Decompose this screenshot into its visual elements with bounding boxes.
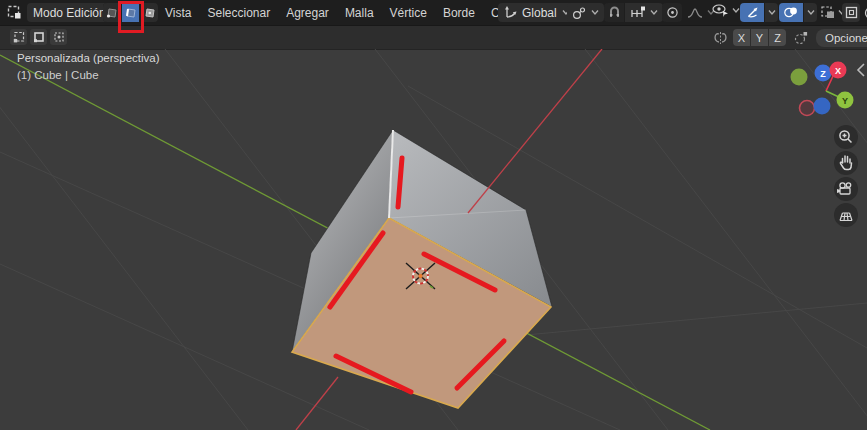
menu-seleccionar[interactable]: Seleccionar: [199, 0, 278, 25]
face-select-icon: [144, 7, 156, 19]
gizmo-minus-z-ball[interactable]: [814, 98, 831, 115]
vertex-select-icon: [106, 7, 118, 19]
show-gizmos-button[interactable]: [740, 3, 764, 22]
menu-vista[interactable]: Vista: [157, 0, 199, 25]
vertex-select-button[interactable]: [103, 3, 120, 22]
chevron-down-icon: [732, 8, 740, 13]
orthographic-toggle-button[interactable]: [834, 203, 858, 227]
shading-wireframe-button[interactable]: [842, 3, 860, 22]
auto-merge-button[interactable]: [791, 29, 811, 46]
editor-type-button[interactable]: [4, 3, 24, 22]
active-object-label: (1) Cube | Cube: [17, 69, 99, 81]
tool-settings-bar: X Y Z Opciones: [0, 26, 867, 50]
view-name-label: Personalizada (perspectiva): [17, 52, 160, 64]
chevron-down-icon: [591, 10, 599, 15]
zoom-button[interactable]: [834, 125, 858, 149]
symmetry-axis-group: X Y Z: [733, 29, 786, 46]
proportional-editing-button[interactable]: [662, 3, 682, 22]
symmetry-z-button[interactable]: Z: [769, 29, 786, 46]
select-subtract-button[interactable]: [50, 29, 67, 45]
face-select-button[interactable]: [141, 3, 158, 22]
chevron-down-icon: [807, 10, 815, 15]
xray-icon: [821, 6, 835, 19]
gizmo-x-ball[interactable]: X: [830, 62, 847, 79]
view-object-types-dropdown[interactable]: [712, 3, 740, 17]
gizmo-y-label: Y: [842, 96, 848, 106]
chevron-down-icon: [650, 10, 658, 15]
orientation-label: Global: [522, 6, 557, 20]
overlays-icon: [784, 6, 798, 19]
menu-borde[interactable]: Borde: [435, 0, 483, 25]
mode-label: Modo Edición: [33, 6, 106, 20]
show-overlays-control: [779, 3, 817, 22]
options-dropdown[interactable]: Opciones: [816, 29, 867, 47]
pivot-point-icon: [572, 6, 587, 20]
show-overlays-button[interactable]: [779, 3, 803, 22]
menu-malla[interactable]: Malla: [337, 0, 382, 25]
pivot-point-dropdown[interactable]: [567, 3, 604, 22]
symmetry-butterfly-icon: [713, 31, 728, 45]
falloff-curve-icon: [687, 7, 703, 19]
pan-button[interactable]: [834, 151, 858, 175]
proportional-editing-icon: [666, 6, 679, 19]
edit-mode-icon: [7, 5, 22, 20]
mesh-symmetry-button[interactable]: [710, 29, 730, 46]
viewport-header: Modo Edición: [0, 0, 867, 26]
select-new-icon: [13, 31, 25, 43]
chevron-down-icon: [768, 10, 776, 15]
gizmo-minus-x-ball[interactable]: [800, 101, 815, 116]
gizmo-y-ball[interactable]: Y: [837, 92, 854, 109]
sidebar-collapse-icon[interactable]: [858, 64, 864, 76]
show-gizmos-control: [740, 3, 778, 22]
toggle-xray-button[interactable]: [818, 3, 838, 22]
edge-select-icon: [125, 7, 137, 19]
shading-solid-button[interactable]: [862, 3, 867, 22]
gizmo-arrow-icon: [746, 6, 759, 19]
select-extend-icon: [33, 31, 45, 43]
overlays-dropdown[interactable]: [804, 3, 817, 22]
symmetry-y-button[interactable]: Y: [751, 29, 768, 46]
menu-agregar[interactable]: Agregar: [278, 0, 337, 25]
gizmo-x-label: X: [835, 66, 841, 76]
viewport-nav-buttons: [834, 125, 858, 227]
select-extend-button[interactable]: [30, 29, 47, 45]
snap-target-dropdown[interactable]: [625, 3, 663, 22]
symmetry-x-button[interactable]: X: [733, 29, 750, 46]
edge-select-button[interactable]: [122, 3, 139, 22]
navigation-gizmo[interactable]: Z X Y: [791, 62, 854, 116]
3d-viewport[interactable]: Z X Y: [0, 49, 867, 430]
camera-view-button[interactable]: [834, 177, 858, 201]
select-subtract-icon: [53, 31, 65, 43]
options-label: Opciones: [825, 32, 867, 44]
gizmo-minus-y-ball[interactable]: [791, 69, 808, 86]
gizmo-z-label: Z: [820, 69, 826, 79]
snap-target-icon: [630, 6, 646, 19]
snap-toggle-button[interactable]: [604, 3, 624, 22]
select-mode-group: [103, 3, 158, 22]
select-set-button[interactable]: [10, 29, 27, 45]
gizmo-z-ball[interactable]: Z: [815, 65, 832, 82]
select-tool-mode-group: [10, 29, 67, 45]
magnet-icon: [608, 6, 621, 19]
auto-merge-icon: [794, 31, 808, 45]
wireframe-shading-icon: [845, 6, 858, 19]
blender-window: Modo Edición: [0, 0, 867, 430]
eye-pointer-icon: [712, 3, 729, 17]
orientation-axes-icon: [504, 6, 517, 19]
menu-vertice[interactable]: Vértice: [382, 0, 435, 25]
transform-orientation-dropdown[interactable]: Global: [498, 3, 576, 22]
gizmos-dropdown[interactable]: [765, 3, 778, 22]
